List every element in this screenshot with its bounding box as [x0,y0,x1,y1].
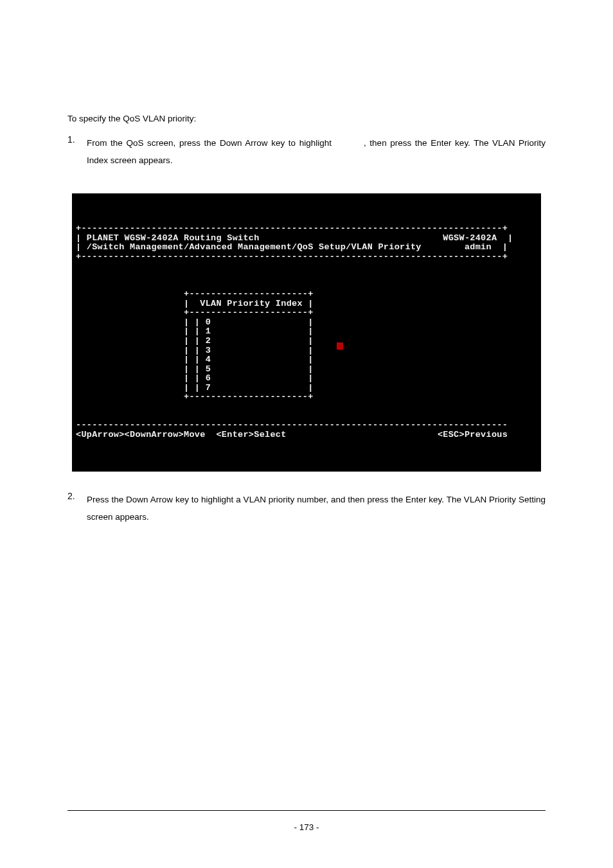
step-2: 2. Press the Down Arrow key to highlight… [67,491,546,526]
terminal-row-5: | | 5 | [76,364,314,374]
terminal-row-6: | | 6 | [76,373,314,383]
terminal-row-3: | | 3 | [76,346,314,355]
page-footer: - 173 - [0,810,613,833]
terminal-row-0: | | 0 | [76,317,314,327]
terminal-dashes: ----------------------------------------… [76,420,508,430]
step-1-number: 1. [67,134,87,169]
terminal-cursor [337,342,343,350]
step-1: 1. From the QoS screen, press the Down A… [67,134,546,169]
terminal-row-4: | | 4 | [76,355,314,364]
terminal-box-top: +----------------------+ [76,289,314,299]
terminal-sep-top: +---------------------------------------… [76,224,508,233]
terminal-title: | PLANET WGSW-2402A Routing Switch WGSW-… [76,233,513,243]
step-1-text: From the QoS screen, press the Down Arro… [87,134,546,169]
terminal-box-bottom: +----------------------+ [76,392,314,402]
terminal-status: <UpArrow><DownArrow>Move <Enter>Select <… [76,430,508,439]
step-2-number: 2. [67,491,87,526]
step-2-text: Press the Down Arrow key to highlight a … [87,491,546,526]
intro-paragraph: To specify the QoS VLAN priority: [67,112,546,125]
terminal-row-2: | | 2 | [76,336,314,346]
terminal-box-sep: +----------------------+ [76,308,314,317]
page-number: - 173 - [294,822,319,832]
terminal-screenshot: +---------------------------------------… [72,193,541,472]
footer-divider [67,810,546,811]
terminal-path: | /Switch Management/Advanced Management… [76,242,508,252]
terminal-box-header: | VLAN Priority Index | [76,299,314,308]
terminal-row-7: | | 7 | [76,383,314,393]
step-1-text-part1: From the QoS screen, press the Down Arro… [87,138,332,148]
terminal-row-1: | | 1 | [76,326,314,336]
terminal-sep-mid: +---------------------------------------… [76,252,508,261]
